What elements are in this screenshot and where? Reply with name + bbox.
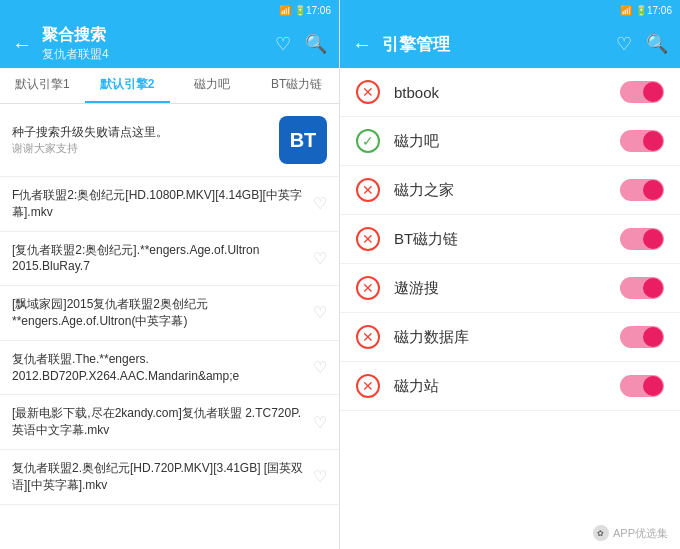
engine-name-cldb: 磁力数据库 <box>394 328 620 347</box>
engine-status-aoyou: ✕ <box>356 276 380 300</box>
right-header: ← 引擎管理 ♡ 🔍 <box>340 20 680 68</box>
result-item[interactable]: [最新电影下载,尽在2kandy.com]复仇者联盟 2.TC720P.英语中文… <box>0 395 339 450</box>
engine-name-clzhan: 磁力站 <box>394 377 620 396</box>
watermark-text: APP优选集 <box>613 526 668 541</box>
toggle-knob-cljia <box>643 180 663 200</box>
notice-logo: BT <box>279 116 327 164</box>
right-heart-icon[interactable]: ♡ <box>616 33 632 55</box>
right-back-icon[interactable]: ← <box>352 33 372 56</box>
result-text: [飘域家园]2015复仇者联盟2奥创纪元 **engers.Age.of.Ult… <box>12 296 313 330</box>
favorite-icon-1[interactable]: ♡ <box>313 249 327 268</box>
tab-default2[interactable]: 默认引擎2 <box>85 68 170 103</box>
right-title: 引擎管理 <box>382 33 616 56</box>
engine-name-aoyou: 遨游搜 <box>394 279 620 298</box>
engine-status-cljia: ✕ <box>356 178 380 202</box>
right-search-icon[interactable]: 🔍 <box>646 33 668 55</box>
engine-name-ciliba: 磁力吧 <box>394 132 620 151</box>
right-time: 17:06 <box>647 5 672 16</box>
left-main-title: 聚合搜索 <box>42 25 275 46</box>
toggle-btchain[interactable] <box>620 228 664 250</box>
result-item[interactable]: [飘域家园]2015复仇者联盟2奥创纪元 **engers.Age.of.Ult… <box>0 286 339 341</box>
result-text: [复仇者联盟2:奥创纪元].**engers.Age.of.Ultron 201… <box>12 242 313 276</box>
search-icon[interactable]: 🔍 <box>305 33 327 55</box>
left-header: ← 聚合搜索 复仇者联盟4 ♡ 🔍 <box>0 20 339 68</box>
left-time: 17:06 <box>306 5 331 16</box>
engine-item-btbook: ✕ btbook <box>340 68 680 117</box>
heart-icon[interactable]: ♡ <box>275 33 291 55</box>
right-panel: 📶 🔋 17:06 ← 引擎管理 ♡ 🔍 ✕ btbook ✓ 磁力吧 <box>340 0 680 549</box>
notice-main-text: 种子搜索升级失败请点这里。 <box>12 124 279 141</box>
engine-name-btchain: BT磁力链 <box>394 230 620 249</box>
toggle-aoyou[interactable] <box>620 277 664 299</box>
left-panel: 📶 🔋 17:06 ← 聚合搜索 复仇者联盟4 ♡ 🔍 默认引擎1 默认引擎2 … <box>0 0 340 549</box>
toggle-ciliba[interactable] <box>620 130 664 152</box>
left-subtitle: 复仇者联盟4 <box>42 46 275 63</box>
engine-status-btbook: ✕ <box>356 80 380 104</box>
notice-card[interactable]: 种子搜索升级失败请点这里。 谢谢大家支持 BT <box>0 104 339 177</box>
favorite-icon-3[interactable]: ♡ <box>313 358 327 377</box>
result-item[interactable]: 复仇者联盟.The.**engers. 2012.BD720P.X264.AAC… <box>0 341 339 396</box>
tab-default1[interactable]: 默认引擎1 <box>0 68 85 103</box>
toggle-cljia[interactable] <box>620 179 664 201</box>
left-status-icons: 📶 🔋 <box>279 5 306 16</box>
engine-item-btchain: ✕ BT磁力链 <box>340 215 680 264</box>
left-status-bar: 📶 🔋 17:06 <box>0 0 339 20</box>
watermark-icon: ✿ <box>593 525 609 541</box>
toggle-knob-cldb <box>643 327 663 347</box>
favorite-icon-0[interactable]: ♡ <box>313 194 327 213</box>
left-header-icons: ♡ 🔍 <box>275 33 327 55</box>
engine-status-cldb: ✕ <box>356 325 380 349</box>
engine-item-cldb: ✕ 磁力数据库 <box>340 313 680 362</box>
toggle-knob-clzhan <box>643 376 663 396</box>
right-status-bar: 📶 🔋 17:06 <box>340 0 680 20</box>
notice-sub-text: 谢谢大家支持 <box>12 141 279 156</box>
result-text: F仇者联盟2:奥创纪元[HD.1080P.MKV][4.14GB][中英字幕].… <box>12 187 313 221</box>
notice-text-group: 种子搜索升级失败请点这里。 谢谢大家支持 <box>12 124 279 156</box>
result-item[interactable]: [复仇者联盟2:奥创纪元].**engers.Age.of.Ultron 201… <box>0 232 339 287</box>
engine-list: ✕ btbook ✓ 磁力吧 ✕ 磁力之家 ✕ BT磁力链 <box>340 68 680 521</box>
favorite-icon-2[interactable]: ♡ <box>313 303 327 322</box>
toggle-knob-aoyou <box>643 278 663 298</box>
right-status-icons: 📶 🔋 <box>620 5 647 16</box>
toggle-knob-btchain <box>643 229 663 249</box>
result-text: [最新电影下载,尽在2kandy.com]复仇者联盟 2.TC720P.英语中文… <box>12 405 313 439</box>
engine-item-ciliba: ✓ 磁力吧 <box>340 117 680 166</box>
tab-ciliba[interactable]: 磁力吧 <box>170 68 255 103</box>
tabs-bar: 默认引擎1 默认引擎2 磁力吧 BT磁力链 <box>0 68 339 104</box>
toggle-clzhan[interactable] <box>620 375 664 397</box>
watermark: ✿ APP优选集 <box>340 521 680 549</box>
engine-status-ciliba: ✓ <box>356 129 380 153</box>
engine-name-btbook: btbook <box>394 84 620 101</box>
toggle-btbook[interactable] <box>620 81 664 103</box>
engine-status-clzhan: ✕ <box>356 374 380 398</box>
result-text: 复仇者联盟2.奥创纪元[HD.720P.MKV][3.41GB] [国英双语][… <box>12 460 313 494</box>
result-text: 复仇者联盟.The.**engers. 2012.BD720P.X264.AAC… <box>12 351 313 385</box>
engine-item-aoyou: ✕ 遨游搜 <box>340 264 680 313</box>
result-item[interactable]: 复仇者联盟2.奥创纪元[HD.720P.MKV][3.41GB] [国英双语][… <box>0 450 339 505</box>
right-header-icons: ♡ 🔍 <box>616 33 668 55</box>
toggle-knob-ciliba <box>643 131 663 151</box>
engine-item-cljia: ✕ 磁力之家 <box>340 166 680 215</box>
search-results: 种子搜索升级失败请点这里。 谢谢大家支持 BT F仇者联盟2:奥创纪元[HD.1… <box>0 104 339 549</box>
tab-btchain[interactable]: BT磁力链 <box>254 68 339 103</box>
engine-name-cljia: 磁力之家 <box>394 181 620 200</box>
favorite-icon-5[interactable]: ♡ <box>313 467 327 486</box>
toggle-cldb[interactable] <box>620 326 664 348</box>
left-title-group: 聚合搜索 复仇者联盟4 <box>42 25 275 63</box>
left-back-icon[interactable]: ← <box>12 33 32 56</box>
result-item[interactable]: F仇者联盟2:奥创纪元[HD.1080P.MKV][4.14GB][中英字幕].… <box>0 177 339 232</box>
favorite-icon-4[interactable]: ♡ <box>313 413 327 432</box>
engine-status-btchain: ✕ <box>356 227 380 251</box>
engine-item-clzhan: ✕ 磁力站 <box>340 362 680 411</box>
toggle-knob-btbook <box>643 82 663 102</box>
